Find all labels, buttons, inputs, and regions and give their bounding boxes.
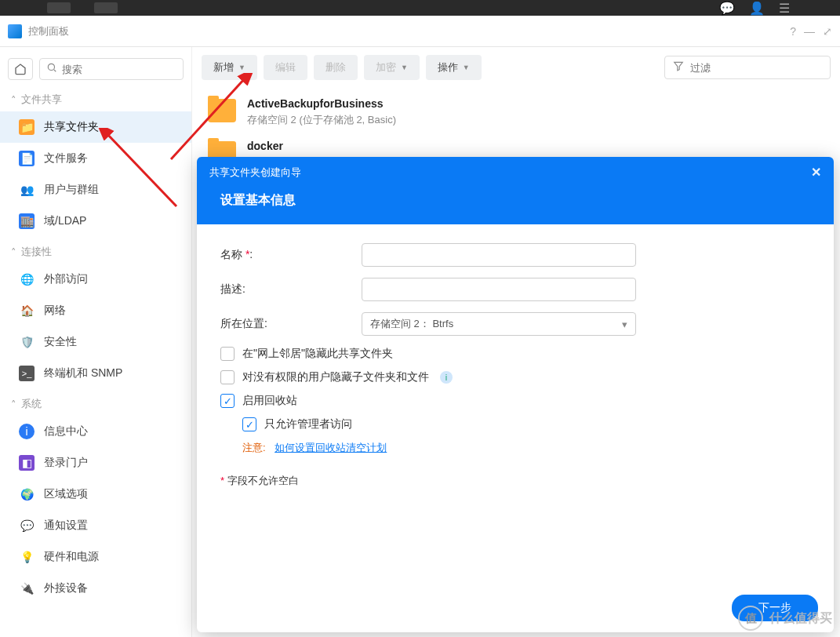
nav-label: 通知设置: [44, 519, 88, 533]
domain-icon: 🏬: [19, 213, 35, 229]
nav-label: 登录门户: [44, 456, 88, 470]
folder-icon: 📁: [19, 119, 35, 135]
nav-shared-folder[interactable]: 📁 共享文件夹: [0, 111, 191, 143]
nav-external-device[interactable]: 🔌 外接设备: [0, 573, 191, 604]
section-label: 系统: [21, 397, 42, 411]
info-icon[interactable]: i: [440, 371, 453, 384]
user-icon[interactable]: 👤: [749, 1, 763, 15]
notification-icon: 💬: [19, 518, 35, 533]
create-shared-folder-modal: 共享文件夹创建向导 ✕ 设置基本信息 名称 *: 描述: 所在位置: 存储空间 …: [197, 157, 834, 632]
input-desc[interactable]: [362, 278, 636, 301]
users-icon: 👥: [19, 182, 35, 198]
svg-line-1: [54, 70, 56, 71]
nav-label: 外接设备: [44, 581, 88, 595]
nav-notification[interactable]: 💬 通知设置: [0, 510, 191, 541]
nav-external-access[interactable]: 🌐 外部访问: [0, 264, 191, 295]
nav-region-option[interactable]: 🌍 区域选项: [0, 479, 191, 510]
globe-icon: 🌐: [19, 271, 35, 287]
nav-label: 网络: [44, 304, 66, 318]
folder-name: docker: [247, 140, 283, 152]
section-label: 连接性: [21, 245, 52, 259]
section-system[interactable]: ˄ 系统: [0, 389, 191, 416]
window-title: 控制面板: [28, 24, 782, 38]
note-row: 注意: 如何设置回收站清空计划: [242, 441, 810, 455]
caret-down-icon: ▼: [238, 64, 245, 71]
search-box[interactable]: [39, 58, 184, 80]
checkbox-admin-only[interactable]: ✓ 只允许管理者访问: [242, 417, 810, 431]
chevron-up-icon: ˄: [11, 399, 16, 410]
nav-user-group[interactable]: 👥 用户与群组: [0, 174, 191, 206]
checkbox-icon: [220, 370, 235, 384]
checkbox-icon: [220, 347, 235, 361]
footnote: * 字段不允许空白: [220, 474, 810, 488]
nav-label: 外部访问: [44, 272, 88, 286]
filter-input[interactable]: [690, 62, 822, 74]
app-icon: [8, 24, 22, 38]
maximize-button[interactable]: ⤢: [823, 25, 832, 38]
checkbox-label: 启用回收站: [242, 394, 297, 408]
watermark-logo: 值: [738, 606, 763, 631]
nav-domain-ldap[interactable]: 🏬 域/LDAP: [0, 206, 191, 237]
search-icon: [46, 62, 57, 76]
folder-name: ActiveBackupforBusiness: [247, 97, 396, 110]
section-connectivity[interactable]: ˄ 连接性: [0, 237, 191, 264]
shield-icon: 🛡️: [19, 334, 35, 350]
modal-close-button[interactable]: ✕: [811, 165, 821, 180]
nav-security[interactable]: 🛡️ 安全性: [0, 326, 191, 358]
nav-network[interactable]: 🏠 网络: [0, 295, 191, 326]
nav-label: 用户与群组: [44, 183, 99, 197]
checkbox-label: 在"网上邻居"隐藏此共享文件夹: [242, 347, 393, 361]
caret-down-icon: ▼: [463, 64, 470, 71]
portal-icon: ◧: [19, 455, 35, 471]
file-icon: 📄: [19, 151, 35, 166]
desktop-taskbar: 💬 👤 ☰: [0, 0, 840, 16]
nav-label: 信息中心: [44, 424, 88, 439]
note-prefix: 注意:: [242, 442, 266, 453]
nav-info-center[interactable]: i 信息中心: [0, 416, 191, 447]
watermark-text: 什么值得买: [769, 610, 832, 627]
svg-point-0: [48, 64, 54, 70]
edit-button[interactable]: 编辑: [264, 55, 307, 80]
chat-icon[interactable]: 💬: [719, 1, 733, 15]
menu-icon[interactable]: ☰: [779, 1, 793, 15]
watermark: 值 什么值得买: [738, 606, 832, 631]
note-link[interactable]: 如何设置回收站清空计划: [275, 442, 387, 453]
checkbox-hide-network[interactable]: 在"网上邻居"隐藏此共享文件夹: [220, 347, 810, 361]
input-name[interactable]: [362, 243, 636, 267]
folder-row[interactable]: ActiveBackupforBusiness 存储空间 2 (位于存储池 2,…: [192, 91, 840, 133]
home-button[interactable]: [8, 58, 33, 80]
delete-button[interactable]: 删除: [314, 55, 358, 80]
action-button[interactable]: 操作▼: [426, 55, 482, 80]
nav-login-portal[interactable]: ◧ 登录门户: [0, 447, 191, 479]
nav-hardware-power[interactable]: 💡 硬件和电源: [0, 541, 191, 573]
checkbox-icon-checked: ✓: [242, 417, 256, 431]
section-label: 文件共享: [21, 93, 62, 107]
modal-subheader: 设置基本信息: [197, 187, 834, 224]
sidebar: ˄ 文件共享 📁 共享文件夹 📄 文件服务 👥 用户与群组 🏬 域/LDAP ˄…: [0, 47, 192, 637]
network-icon: 🏠: [19, 303, 35, 318]
nav-label: 文件服务: [44, 151, 88, 166]
nav-file-service[interactable]: 📄 文件服务: [0, 143, 191, 174]
modal-header: 共享文件夹创建向导 ✕: [197, 157, 834, 187]
search-input[interactable]: [62, 64, 176, 75]
encrypt-button[interactable]: 加密▼: [364, 55, 420, 80]
checkbox-recycle[interactable]: ✓ 启用回收站: [220, 394, 810, 408]
toolbar: 新增▼ 编辑 删除 加密▼ 操作▼: [192, 47, 840, 88]
folder-subtitle: 存储空间 2 (位于存储池 2, Basic): [247, 113, 396, 127]
taskbar-app[interactable]: [94, 2, 118, 13]
funnel-icon: [673, 60, 684, 75]
select-location[interactable]: 存储空间 2： Btrfs ▾: [362, 312, 636, 336]
help-button[interactable]: ?: [790, 25, 796, 38]
label-desc: 描述:: [220, 282, 362, 297]
checkbox-label: 只允许管理者访问: [264, 417, 352, 431]
taskbar-app[interactable]: [47, 2, 71, 13]
checkbox-hide-noauth[interactable]: 对没有权限的用户隐藏子文件夹和文件 i: [220, 370, 810, 384]
minimize-button[interactable]: —: [804, 25, 815, 38]
caret-down-icon: ▾: [622, 318, 627, 330]
add-button[interactable]: 新增▼: [202, 55, 257, 80]
section-file-share[interactable]: ˄ 文件共享: [0, 85, 191, 111]
nav-terminal-snmp[interactable]: >_ 终端机和 SNMP: [0, 358, 191, 389]
terminal-icon: >_: [19, 366, 35, 381]
filter-box[interactable]: [664, 56, 831, 79]
nav-label: 终端机和 SNMP: [44, 366, 122, 380]
